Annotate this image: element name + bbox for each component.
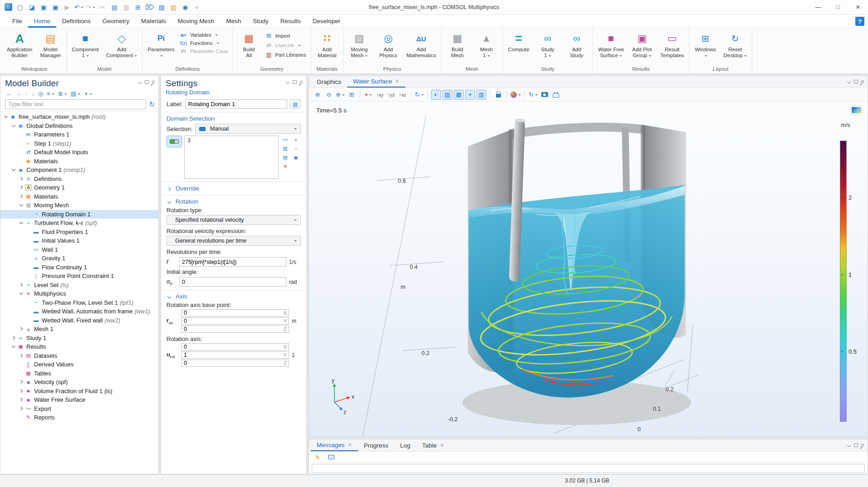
tree-item-materials[interactable]: ▦Materials	[0, 192, 158, 201]
float-icon[interactable]	[854, 80, 858, 83]
copy-selection-button[interactable]: ▤	[281, 154, 289, 161]
mesh-1-button[interactable]: ▲Mesh1	[472, 29, 500, 65]
chevron-down-icon[interactable]	[848, 444, 851, 447]
rotation-axis-base-point-x-input[interactable]	[184, 310, 286, 316]
run-icon[interactable]: ▶	[62, 2, 73, 13]
tab-table[interactable]: Table✕	[416, 439, 450, 451]
tab-progress[interactable]: Progress	[358, 439, 394, 451]
save-icon[interactable]: ▣	[38, 2, 49, 13]
tree-item-fluid-properties-1[interactable]: ▬Fluid Properties 1	[0, 228, 158, 237]
selection-dropdown[interactable]: Manual	[195, 124, 301, 134]
tree-twisty-icon[interactable]	[11, 344, 17, 350]
rotation-section-header[interactable]: Rotation	[167, 198, 301, 205]
color-legend-icon[interactable]: ▥	[476, 90, 486, 100]
refresh-icon[interactable]: ↻	[149, 100, 155, 108]
initial-angle-input[interactable]	[182, 279, 284, 285]
application-builder-button[interactable]: AApplicationBuilder	[4, 29, 35, 65]
scene-light-icon[interactable]: ◐	[431, 90, 441, 100]
tab-graphics[interactable]: Graphics	[311, 76, 347, 88]
tree-item-moving-mesh[interactable]: ▨Moving Mesh	[0, 201, 158, 210]
add-study-button[interactable]: ∞AddStudy	[563, 29, 591, 65]
build-all-button[interactable]: ▦BuildAll	[235, 29, 263, 65]
active-selection-toggle[interactable]	[167, 136, 182, 147]
zoom-extents-icon[interactable]: ⊞	[347, 90, 357, 100]
view-xy-icon[interactable]: ↑xy	[375, 90, 385, 100]
tree-item-default-model-inputs[interactable]: ⇄Default Model Inputs	[0, 148, 158, 157]
tree-item-export[interactable]: ↦Export	[0, 404, 158, 414]
print-icon[interactable]	[551, 90, 561, 100]
collapse-all-icon[interactable]: ≡	[46, 90, 55, 97]
transparency-icon[interactable]: ▨	[442, 90, 452, 100]
override-section-header[interactable]: Override	[167, 185, 301, 192]
tree-item-mesh-1[interactable]: ▲Mesh 1	[0, 325, 158, 334]
rotation-axis-y-input[interactable]	[184, 352, 286, 358]
show-axes-icon[interactable]: ⌖	[465, 90, 475, 100]
paste-selection-button[interactable]: ▥	[281, 145, 289, 152]
rotation-type-dropdown[interactable]: Specified rotational velocity	[167, 215, 301, 225]
tree-item-global-definitions[interactable]: ◉Global Definitions	[0, 122, 158, 131]
float-icon[interactable]	[145, 80, 149, 84]
build-mesh-button[interactable]: ▦BuildMesh	[443, 29, 471, 65]
pin-icon[interactable]	[152, 81, 155, 83]
chevron-down-icon[interactable]	[138, 81, 142, 84]
menu-definitions[interactable]: Definitions	[56, 15, 97, 28]
tab-messages[interactable]: Messages✕	[311, 439, 358, 451]
tree-item-two-phase-flow-level-set-1[interactable]: ∼Two-Phase Flow, Level Set 1(tpf1)	[0, 298, 158, 307]
parameters-button[interactable]: PiParameters	[144, 29, 177, 65]
result-templates-button[interactable]: ▭ResultTemplates	[657, 29, 687, 65]
selection-list[interactable]: 3	[184, 136, 279, 179]
moving-mesh-button[interactable]: ▨MovingMesh	[345, 29, 373, 65]
rotation-axis-base-point-y-input[interactable]	[184, 318, 286, 324]
menu-mesh[interactable]: Mesh	[220, 15, 247, 28]
zoom-out-icon[interactable]: ⊖	[324, 90, 334, 100]
reset-desktop-button[interactable]: ↻ResetDesktop	[720, 29, 750, 65]
save-as-icon[interactable]: ▣	[50, 2, 61, 13]
snapshot-icon[interactable]	[539, 90, 549, 100]
default-view-icon[interactable]: ⌖	[363, 90, 373, 100]
tree-item-derived-values[interactable]: ∑Derived Values	[0, 360, 158, 369]
tree-item-wall-1[interactable]: ▭Wall 1	[0, 245, 158, 254]
compute-button[interactable]: =Compute	[505, 29, 533, 65]
add-component-button[interactable]: ◇AddComponent	[103, 29, 140, 65]
clear-log-icon[interactable]: ✎	[313, 452, 323, 462]
import-button[interactable]: ⊞Import	[264, 31, 309, 40]
menu-moving-mesh[interactable]: Moving Mesh	[172, 15, 220, 28]
tree-item-wetted-wall-automatic-from-frame[interactable]: ▬Wetted Wall, Automatic from frame(ww1)	[0, 307, 158, 316]
graphics-canvas[interactable]: Time=5.5 s 0.60.4m0.2-0.20.20.10 m/s 210…	[309, 102, 868, 437]
filter-input[interactable]	[5, 99, 146, 109]
tree-twisty-icon[interactable]	[19, 282, 25, 288]
add-physics-button[interactable]: ◎AddPhysics	[374, 29, 402, 65]
label-input[interactable]	[188, 101, 284, 107]
rename-expression-button[interactable]: ▤	[290, 99, 301, 109]
undo-icon[interactable]: ↶	[74, 2, 84, 13]
pin-icon[interactable]	[300, 81, 303, 83]
clear-selection-icon[interactable]: ▨	[168, 2, 179, 13]
tree-item-wetted-wall-fixed-wall[interactable]: ▬Wetted Wall, Fixed wall(ww2)	[0, 316, 158, 325]
tree-twisty-icon[interactable]	[19, 291, 25, 297]
tree-twisty-icon[interactable]	[11, 335, 17, 341]
tree-item-step-1[interactable]: ⌐Step 1(step1)	[0, 139, 158, 148]
tree-twisty-icon[interactable]	[19, 388, 25, 394]
cut-icon[interactable]: ✂	[97, 2, 108, 13]
tree-twisty-icon[interactable]	[19, 353, 25, 359]
add-mathematics-button[interactable]: ΔUAddMathematics	[403, 29, 439, 65]
menu-study[interactable]: Study	[247, 15, 275, 28]
rotational-velocity-expression-dropdown[interactable]: General revolutions per time	[167, 236, 301, 246]
tree-twisty-icon[interactable]	[19, 326, 25, 332]
livelink-button[interactable]: ⇄LiveLink	[264, 41, 309, 49]
remove-from-selection-button[interactable]: −	[292, 145, 300, 152]
zoom-in-icon[interactable]: ⊕	[313, 90, 323, 100]
tree-item-water-free-surface[interactable]: ■Water Free Surface	[0, 395, 158, 404]
chevron-down-icon[interactable]	[848, 80, 851, 83]
tree-item-multiphysics[interactable]: ∗Multiphysics	[0, 289, 158, 298]
menu-results[interactable]: Results	[275, 15, 307, 28]
tree-item-materials[interactable]: ◉Materials	[0, 157, 158, 166]
clear-selection-button[interactable]: ✕	[281, 163, 289, 170]
close-tab-icon[interactable]: ✕	[440, 443, 444, 448]
water-free-surface-button[interactable]: ■Water FreeSurface	[595, 29, 627, 65]
tree-item-turbulent-flow-k[interactable]: ≈Turbulent Flow, k-ε(spf)	[0, 219, 158, 228]
tree-item-flow-continuity-1[interactable]: ▬Flow Continuity 1	[0, 263, 158, 272]
tree-item-gravity-1[interactable]: ≈Gravity 1	[0, 254, 158, 263]
pin-icon[interactable]	[861, 80, 864, 83]
show-icon[interactable]: ◎	[37, 90, 44, 97]
